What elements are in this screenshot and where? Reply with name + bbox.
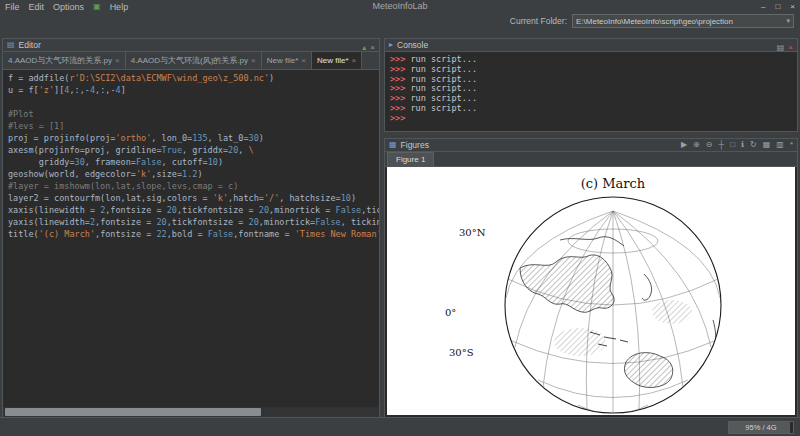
tab-label: New file* bbox=[317, 56, 349, 65]
code-segment: ,minortick= bbox=[259, 217, 315, 227]
console-text: run script... bbox=[410, 64, 477, 74]
code-segment: ,tickin= bbox=[361, 205, 379, 215]
scrollbar-thumb[interactable] bbox=[5, 408, 261, 416]
code-line: griddy=30, frameon=False, cutoff=10) bbox=[8, 156, 379, 168]
zoom-out-icon[interactable]: ⊖ bbox=[706, 141, 713, 149]
menu-label: Help bbox=[110, 2, 129, 12]
editor-horizontal-scrollbar[interactable] bbox=[3, 407, 379, 417]
figures-tab-bar: Figure 1 bbox=[385, 152, 797, 167]
code-segment: ) bbox=[269, 73, 274, 83]
rotate-icon[interactable]: ↻ bbox=[750, 141, 757, 149]
code-segment: f = addfile( bbox=[8, 73, 69, 83]
menu-edit[interactable]: Edit bbox=[29, 2, 45, 12]
console-prompt: >>> bbox=[390, 64, 410, 74]
code-segment: ,:,- bbox=[69, 85, 89, 95]
console-prompt: >>> bbox=[390, 103, 410, 113]
console-output[interactable]: >>> run script...>>> run script...>>> ru… bbox=[385, 52, 797, 131]
memory-text: 95% / 4G bbox=[729, 422, 793, 433]
zoom-in-icon[interactable]: ⊕ bbox=[693, 141, 700, 149]
close-button[interactable]: × bbox=[790, 2, 795, 11]
globe-map bbox=[502, 194, 724, 415]
menu-apps[interactable]: ▣ bbox=[93, 2, 101, 11]
code-line bbox=[8, 96, 379, 108]
select-arrow-icon[interactable]: ▶ bbox=[681, 141, 687, 149]
code-segment: False bbox=[136, 157, 162, 167]
menu-label: Edit bbox=[29, 2, 45, 12]
console-text: run script... bbox=[410, 93, 477, 103]
code-segment: 30 bbox=[75, 157, 85, 167]
code-segment: griddy= bbox=[8, 157, 75, 167]
code-line: #layer = imshowm(lon,lat,slope,levs,cmap… bbox=[8, 180, 379, 192]
menu-label: File bbox=[5, 2, 20, 12]
code-segment: 'ortho' bbox=[115, 133, 151, 143]
status-bar: 95% / 4G bbox=[0, 417, 800, 436]
code-line: title('(c) March',fontsize = 22,bold = F… bbox=[8, 228, 379, 240]
editor-float-icon[interactable]: ▴ bbox=[362, 43, 366, 52]
editor-tab-2[interactable]: New file*× bbox=[262, 52, 312, 69]
figures-panel: ▦ Figures ▶⊕⊖┼□ℹ↻▦▥* Figure 1 (c) March … bbox=[384, 138, 798, 418]
code-segment: 30 bbox=[249, 133, 259, 143]
code-segment: ,tickfontsize = bbox=[167, 217, 249, 227]
console-text: run script... bbox=[410, 83, 477, 93]
code-segment: ,fontsize = bbox=[95, 229, 156, 239]
code-segment: '/' bbox=[264, 193, 279, 203]
print-icon[interactable]: ▥ bbox=[776, 141, 784, 149]
figure-canvas[interactable]: (c) March 30°N 0° 30°S bbox=[387, 167, 795, 415]
editor-close-icon[interactable]: × bbox=[370, 43, 375, 52]
code-segment: ,tickfontsize = bbox=[177, 205, 259, 215]
chevron-down-icon: ▾ bbox=[786, 17, 790, 25]
console-prompt: >>> bbox=[390, 113, 405, 123]
console-prompt: >>> bbox=[390, 83, 410, 93]
console-prompt-line: >>> bbox=[390, 114, 792, 124]
code-segment: 10 bbox=[341, 193, 351, 203]
current-folder-input[interactable]: E:\MeteoInfo\MeteoInfo\script\geo\projec… bbox=[572, 14, 794, 28]
tab-close-icon[interactable]: × bbox=[352, 56, 357, 65]
figure-title: (c) March bbox=[507, 176, 719, 191]
editor-tab-3[interactable]: New file*× bbox=[312, 52, 362, 69]
save-icon[interactable]: ▦ bbox=[763, 141, 771, 149]
code-segment: ) bbox=[351, 193, 356, 203]
console-title: Console bbox=[397, 40, 428, 50]
console-settings-icon[interactable]: ▤ bbox=[777, 43, 785, 52]
menu-options[interactable]: Options bbox=[53, 2, 84, 12]
identify-icon[interactable]: ℹ bbox=[741, 141, 744, 149]
console-line: >>> run script... bbox=[390, 104, 792, 114]
menu-help[interactable]: Help bbox=[110, 2, 129, 12]
code-line: #levs = [1] bbox=[8, 120, 379, 132]
editor-panel-icon: ▤ bbox=[7, 41, 15, 49]
code-line: xaxis(linewidth = 2,fontsize = 20,tickfo… bbox=[8, 204, 379, 216]
console-panel-icon: ▸ bbox=[389, 41, 393, 49]
main-area: ▤ Editor ▴× 4.AAOD与大气环流的关系.py×4.AAOD与大气环… bbox=[0, 38, 800, 418]
editor-tab-0[interactable]: 4.AAOD与大气环流的关系.py× bbox=[3, 52, 126, 69]
tab-label: 4.AAOD与大气环流(风)的关系.py bbox=[131, 55, 248, 66]
code-segment: xaxis(linewidth = bbox=[8, 205, 100, 215]
code-segment: 'Times New Roman' bbox=[295, 229, 379, 239]
code-segment: ,hatch= bbox=[228, 193, 264, 203]
tab-close-icon[interactable]: × bbox=[115, 56, 120, 65]
lat-label-30s: 30°S bbox=[449, 347, 474, 358]
code-segment: , tickin= bbox=[341, 217, 379, 227]
lat-label-0: 0° bbox=[445, 307, 456, 318]
console-close-icon[interactable]: × bbox=[788, 43, 793, 52]
settings-icon[interactable]: * bbox=[790, 141, 793, 149]
editor-tab-1[interactable]: 4.AAOD与大气环流(风)的关系.py× bbox=[126, 52, 262, 69]
code-segment: 20 bbox=[249, 217, 259, 227]
current-folder-label: Current Folder: bbox=[510, 16, 567, 26]
code-segment: 20 bbox=[228, 145, 238, 155]
figures-toolbar: ▶⊕⊖┼□ℹ↻▦▥* bbox=[681, 141, 793, 149]
code-segment: u = f[ bbox=[8, 85, 39, 95]
full-extent-icon[interactable]: □ bbox=[730, 141, 735, 149]
minimize-button[interactable]: – bbox=[761, 2, 765, 11]
code-area[interactable]: f = addfile(r'D:\SCI2\data\ECMWF\wind_ge… bbox=[3, 70, 379, 407]
tab-close-icon[interactable]: × bbox=[251, 56, 256, 65]
code-segment: #levs = [1] bbox=[8, 121, 64, 131]
pan-icon[interactable]: ┼ bbox=[718, 141, 724, 149]
code-segment: 22 bbox=[156, 229, 166, 239]
maximize-button[interactable]: □ bbox=[775, 2, 780, 11]
figure-tab[interactable]: Figure 1 bbox=[387, 152, 434, 166]
tab-close-icon[interactable]: × bbox=[301, 56, 306, 65]
code-segment: , griddx= bbox=[182, 145, 228, 155]
code-segment: 'z' bbox=[39, 85, 54, 95]
memory-indicator: 95% / 4G bbox=[728, 421, 794, 434]
menu-file[interactable]: File bbox=[5, 2, 20, 12]
